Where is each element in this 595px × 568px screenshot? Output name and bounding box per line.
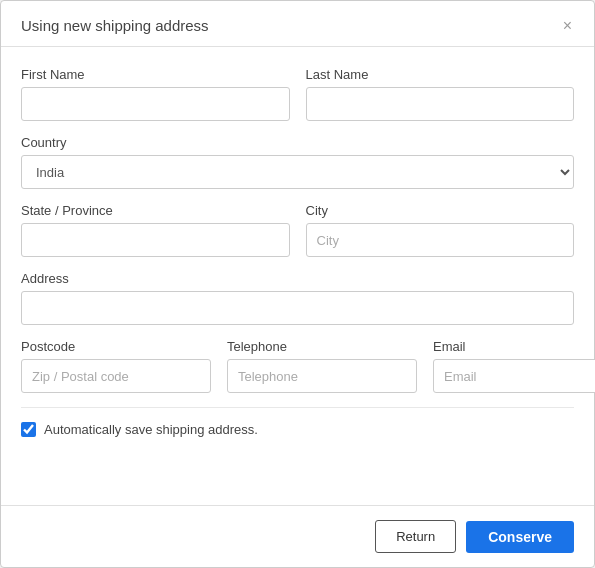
address-input[interactable] (21, 291, 574, 325)
email-input[interactable] (433, 359, 595, 393)
state-city-row: State / Province City (21, 203, 574, 257)
modal-body: First Name Last Name Country India Unite… (1, 47, 594, 505)
close-button[interactable]: × (561, 18, 574, 34)
city-group: City (306, 203, 575, 257)
address-row: Address (21, 271, 574, 325)
modal-title: Using new shipping address (21, 17, 209, 34)
conserve-button[interactable]: Conserve (466, 521, 574, 553)
telephone-group: Telephone (227, 339, 417, 393)
country-row: Country India United States United Kingd… (21, 135, 574, 189)
city-label: City (306, 203, 575, 218)
auto-save-row: Automatically save shipping address. (21, 407, 574, 447)
modal-dialog: Using new shipping address × First Name … (0, 0, 595, 568)
first-name-label: First Name (21, 67, 290, 82)
last-name-group: Last Name (306, 67, 575, 121)
telephone-label: Telephone (227, 339, 417, 354)
modal-footer: Return Conserve (1, 505, 594, 567)
address-group: Address (21, 271, 574, 325)
name-row: First Name Last Name (21, 67, 574, 121)
auto-save-label: Automatically save shipping address. (44, 422, 258, 437)
telephone-input[interactable] (227, 359, 417, 393)
first-name-input[interactable] (21, 87, 290, 121)
state-label: State / Province (21, 203, 290, 218)
last-name-input[interactable] (306, 87, 575, 121)
postcode-group: Postcode (21, 339, 211, 393)
country-label: Country (21, 135, 574, 150)
last-name-label: Last Name (306, 67, 575, 82)
state-group: State / Province (21, 203, 290, 257)
return-button[interactable]: Return (375, 520, 456, 553)
auto-save-checkbox[interactable] (21, 422, 36, 437)
state-input[interactable] (21, 223, 290, 257)
postcode-label: Postcode (21, 339, 211, 354)
email-group: Email (433, 339, 595, 393)
address-label: Address (21, 271, 574, 286)
modal-header: Using new shipping address × (1, 1, 594, 47)
country-group: Country India United States United Kingd… (21, 135, 574, 189)
country-select[interactable]: India United States United Kingdom Austr… (21, 155, 574, 189)
first-name-group: First Name (21, 67, 290, 121)
email-label: Email (433, 339, 595, 354)
contact-row: Postcode Telephone Email (21, 339, 574, 393)
city-input[interactable] (306, 223, 575, 257)
postcode-input[interactable] (21, 359, 211, 393)
